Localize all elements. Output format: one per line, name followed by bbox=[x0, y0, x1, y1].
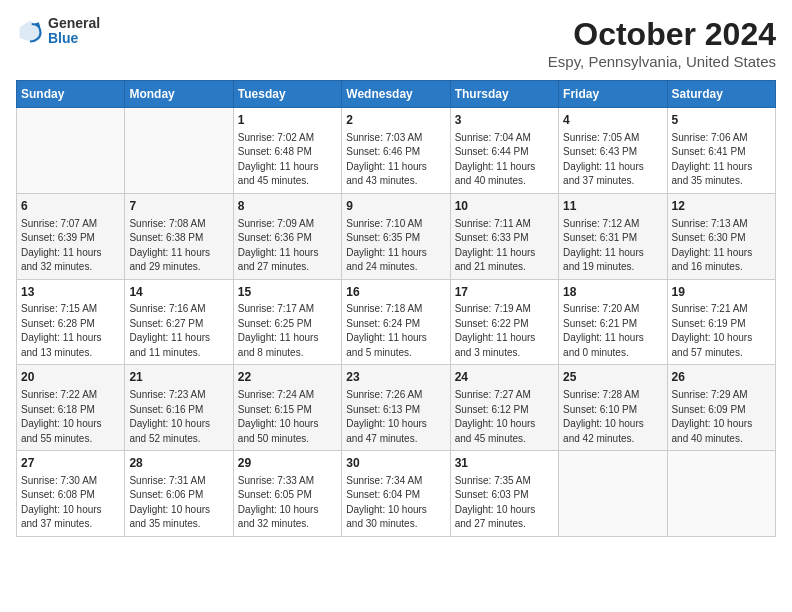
day-info: Sunrise: 7:16 AM Sunset: 6:27 PM Dayligh… bbox=[129, 302, 228, 360]
day-info: Sunrise: 7:02 AM Sunset: 6:48 PM Dayligh… bbox=[238, 131, 337, 189]
day-info: Sunrise: 7:35 AM Sunset: 6:03 PM Dayligh… bbox=[455, 474, 554, 532]
day-number: 20 bbox=[21, 369, 120, 386]
day-number: 26 bbox=[672, 369, 771, 386]
day-number: 7 bbox=[129, 198, 228, 215]
day-number: 8 bbox=[238, 198, 337, 215]
day-info: Sunrise: 7:22 AM Sunset: 6:18 PM Dayligh… bbox=[21, 388, 120, 446]
calendar-cell: 8Sunrise: 7:09 AM Sunset: 6:36 PM Daylig… bbox=[233, 193, 341, 279]
day-info: Sunrise: 7:09 AM Sunset: 6:36 PM Dayligh… bbox=[238, 217, 337, 275]
day-info: Sunrise: 7:07 AM Sunset: 6:39 PM Dayligh… bbox=[21, 217, 120, 275]
day-info: Sunrise: 7:28 AM Sunset: 6:10 PM Dayligh… bbox=[563, 388, 662, 446]
day-number: 6 bbox=[21, 198, 120, 215]
day-number: 9 bbox=[346, 198, 445, 215]
calendar-cell: 16Sunrise: 7:18 AM Sunset: 6:24 PM Dayli… bbox=[342, 279, 450, 365]
calendar-cell: 1Sunrise: 7:02 AM Sunset: 6:48 PM Daylig… bbox=[233, 108, 341, 194]
logo: General Blue bbox=[16, 16, 100, 47]
calendar-cell: 10Sunrise: 7:11 AM Sunset: 6:33 PM Dayli… bbox=[450, 193, 558, 279]
day-number: 10 bbox=[455, 198, 554, 215]
calendar-cell bbox=[125, 108, 233, 194]
day-info: Sunrise: 7:30 AM Sunset: 6:08 PM Dayligh… bbox=[21, 474, 120, 532]
day-info: Sunrise: 7:11 AM Sunset: 6:33 PM Dayligh… bbox=[455, 217, 554, 275]
calendar-cell: 2Sunrise: 7:03 AM Sunset: 6:46 PM Daylig… bbox=[342, 108, 450, 194]
day-info: Sunrise: 7:21 AM Sunset: 6:19 PM Dayligh… bbox=[672, 302, 771, 360]
calendar-cell: 13Sunrise: 7:15 AM Sunset: 6:28 PM Dayli… bbox=[17, 279, 125, 365]
day-number: 11 bbox=[563, 198, 662, 215]
day-info: Sunrise: 7:08 AM Sunset: 6:38 PM Dayligh… bbox=[129, 217, 228, 275]
header-cell-wednesday: Wednesday bbox=[342, 81, 450, 108]
day-number: 14 bbox=[129, 284, 228, 301]
day-number: 30 bbox=[346, 455, 445, 472]
day-number: 29 bbox=[238, 455, 337, 472]
day-info: Sunrise: 7:19 AM Sunset: 6:22 PM Dayligh… bbox=[455, 302, 554, 360]
day-number: 21 bbox=[129, 369, 228, 386]
calendar-cell: 19Sunrise: 7:21 AM Sunset: 6:19 PM Dayli… bbox=[667, 279, 775, 365]
header-cell-sunday: Sunday bbox=[17, 81, 125, 108]
calendar-cell: 7Sunrise: 7:08 AM Sunset: 6:38 PM Daylig… bbox=[125, 193, 233, 279]
day-number: 27 bbox=[21, 455, 120, 472]
header-row: SundayMondayTuesdayWednesdayThursdayFrid… bbox=[17, 81, 776, 108]
calendar-cell: 6Sunrise: 7:07 AM Sunset: 6:39 PM Daylig… bbox=[17, 193, 125, 279]
day-info: Sunrise: 7:05 AM Sunset: 6:43 PM Dayligh… bbox=[563, 131, 662, 189]
calendar-cell: 4Sunrise: 7:05 AM Sunset: 6:43 PM Daylig… bbox=[559, 108, 667, 194]
day-number: 28 bbox=[129, 455, 228, 472]
calendar-cell: 9Sunrise: 7:10 AM Sunset: 6:35 PM Daylig… bbox=[342, 193, 450, 279]
calendar-cell: 30Sunrise: 7:34 AM Sunset: 6:04 PM Dayli… bbox=[342, 451, 450, 537]
calendar-cell: 21Sunrise: 7:23 AM Sunset: 6:16 PM Dayli… bbox=[125, 365, 233, 451]
day-number: 13 bbox=[21, 284, 120, 301]
calendar-cell: 31Sunrise: 7:35 AM Sunset: 6:03 PM Dayli… bbox=[450, 451, 558, 537]
week-row-2: 6Sunrise: 7:07 AM Sunset: 6:39 PM Daylig… bbox=[17, 193, 776, 279]
day-number: 18 bbox=[563, 284, 662, 301]
calendar-cell: 3Sunrise: 7:04 AM Sunset: 6:44 PM Daylig… bbox=[450, 108, 558, 194]
calendar-cell: 12Sunrise: 7:13 AM Sunset: 6:30 PM Dayli… bbox=[667, 193, 775, 279]
header-cell-thursday: Thursday bbox=[450, 81, 558, 108]
day-info: Sunrise: 7:34 AM Sunset: 6:04 PM Dayligh… bbox=[346, 474, 445, 532]
calendar-cell: 20Sunrise: 7:22 AM Sunset: 6:18 PM Dayli… bbox=[17, 365, 125, 451]
calendar-cell bbox=[667, 451, 775, 537]
calendar-cell: 15Sunrise: 7:17 AM Sunset: 6:25 PM Dayli… bbox=[233, 279, 341, 365]
day-info: Sunrise: 7:23 AM Sunset: 6:16 PM Dayligh… bbox=[129, 388, 228, 446]
day-info: Sunrise: 7:13 AM Sunset: 6:30 PM Dayligh… bbox=[672, 217, 771, 275]
day-info: Sunrise: 7:29 AM Sunset: 6:09 PM Dayligh… bbox=[672, 388, 771, 446]
title-section: October 2024 Espy, Pennsylvania, United … bbox=[548, 16, 776, 70]
page-header: General Blue October 2024 Espy, Pennsylv… bbox=[16, 16, 776, 70]
day-info: Sunrise: 7:26 AM Sunset: 6:13 PM Dayligh… bbox=[346, 388, 445, 446]
day-info: Sunrise: 7:27 AM Sunset: 6:12 PM Dayligh… bbox=[455, 388, 554, 446]
calendar-title: October 2024 bbox=[548, 16, 776, 53]
calendar-cell bbox=[17, 108, 125, 194]
calendar-subtitle: Espy, Pennsylvania, United States bbox=[548, 53, 776, 70]
calendar-cell: 22Sunrise: 7:24 AM Sunset: 6:15 PM Dayli… bbox=[233, 365, 341, 451]
day-info: Sunrise: 7:04 AM Sunset: 6:44 PM Dayligh… bbox=[455, 131, 554, 189]
week-row-1: 1Sunrise: 7:02 AM Sunset: 6:48 PM Daylig… bbox=[17, 108, 776, 194]
calendar-cell bbox=[559, 451, 667, 537]
header-cell-monday: Monday bbox=[125, 81, 233, 108]
day-number: 15 bbox=[238, 284, 337, 301]
day-number: 16 bbox=[346, 284, 445, 301]
calendar-cell: 29Sunrise: 7:33 AM Sunset: 6:05 PM Dayli… bbox=[233, 451, 341, 537]
day-number: 17 bbox=[455, 284, 554, 301]
day-info: Sunrise: 7:24 AM Sunset: 6:15 PM Dayligh… bbox=[238, 388, 337, 446]
logo-icon bbox=[16, 17, 44, 45]
day-info: Sunrise: 7:12 AM Sunset: 6:31 PM Dayligh… bbox=[563, 217, 662, 275]
header-cell-friday: Friday bbox=[559, 81, 667, 108]
calendar-cell: 27Sunrise: 7:30 AM Sunset: 6:08 PM Dayli… bbox=[17, 451, 125, 537]
day-number: 22 bbox=[238, 369, 337, 386]
header-cell-saturday: Saturday bbox=[667, 81, 775, 108]
logo-line2: Blue bbox=[48, 31, 100, 46]
calendar-cell: 25Sunrise: 7:28 AM Sunset: 6:10 PM Dayli… bbox=[559, 365, 667, 451]
day-number: 3 bbox=[455, 112, 554, 129]
header-cell-tuesday: Tuesday bbox=[233, 81, 341, 108]
day-number: 2 bbox=[346, 112, 445, 129]
day-number: 12 bbox=[672, 198, 771, 215]
week-row-4: 20Sunrise: 7:22 AM Sunset: 6:18 PM Dayli… bbox=[17, 365, 776, 451]
calendar-cell: 14Sunrise: 7:16 AM Sunset: 6:27 PM Dayli… bbox=[125, 279, 233, 365]
day-number: 4 bbox=[563, 112, 662, 129]
day-info: Sunrise: 7:06 AM Sunset: 6:41 PM Dayligh… bbox=[672, 131, 771, 189]
day-info: Sunrise: 7:33 AM Sunset: 6:05 PM Dayligh… bbox=[238, 474, 337, 532]
day-number: 23 bbox=[346, 369, 445, 386]
calendar-cell: 18Sunrise: 7:20 AM Sunset: 6:21 PM Dayli… bbox=[559, 279, 667, 365]
day-number: 19 bbox=[672, 284, 771, 301]
day-info: Sunrise: 7:10 AM Sunset: 6:35 PM Dayligh… bbox=[346, 217, 445, 275]
day-number: 25 bbox=[563, 369, 662, 386]
day-number: 5 bbox=[672, 112, 771, 129]
week-row-5: 27Sunrise: 7:30 AM Sunset: 6:08 PM Dayli… bbox=[17, 451, 776, 537]
